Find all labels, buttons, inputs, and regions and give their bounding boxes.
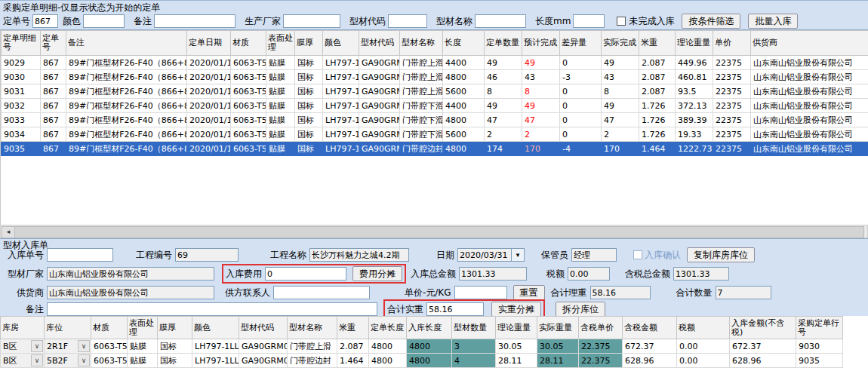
scroll-left-arrow-icon[interactable]: ◂ [2, 226, 15, 238]
column-header[interactable]: 库位 [45, 317, 91, 339]
profile-name-filter-input[interactable] [475, 14, 526, 28]
inbound-no-label: 入库单号 [5, 249, 44, 262]
table-row[interactable]: B区∨5B2F∨6063-T5贴膜国标LH797-1LL0GA90GRM05门带… [1, 354, 868, 368]
batch-inbound-button[interactable]: 批量入库 [748, 14, 798, 29]
date-input[interactable] [457, 248, 512, 262]
column-header[interactable]: 材质 [91, 317, 128, 339]
fee-input[interactable] [265, 267, 346, 281]
chevron-down-icon[interactable]: ∨ [31, 354, 43, 366]
column-header[interactable]: 长度 [443, 31, 485, 56]
column-header[interactable]: 材质 [231, 31, 266, 56]
column-header[interactable]: 含税金额 [623, 317, 677, 339]
column-header[interactable]: 单价 [713, 31, 751, 56]
tax-input[interactable] [568, 267, 610, 281]
column-header[interactable]: 米重 [337, 317, 369, 339]
table-row[interactable]: B区∨2R1F∨6063-T5贴膜国标LH797-1LL0GA90GRM03门带… [1, 339, 868, 354]
calendar-dropdown-icon[interactable]: ▾ [512, 248, 525, 262]
copy-warehouse-location-button[interactable]: 复制库房库位 [687, 247, 755, 262]
table-row[interactable]: 902986789#门框型材F26-F40（866+867）2020/01/13… [2, 56, 868, 70]
weight-allocate-button[interactable]: 实重分摊 [491, 302, 541, 317]
column-header[interactable]: 库房 [1, 317, 45, 339]
column-header[interactable]: 入库长度 [407, 317, 452, 339]
horizontal-scrollbar[interactable]: ◂ [0, 225, 868, 238]
column-header[interactable]: 采购定单行号 [796, 317, 843, 339]
column-header[interactable]: 入库金额(不含税) [730, 317, 796, 339]
column-header[interactable]: 供货商 [751, 31, 868, 56]
column-header[interactable]: 理论重量 [496, 317, 537, 339]
column-header[interactable]: 型材数量 [452, 317, 496, 339]
column-header[interactable]: 膜厚 [158, 317, 192, 339]
table-cell: 22375 [713, 84, 751, 99]
project-name-input[interactable] [309, 248, 409, 262]
keeper-input[interactable] [571, 248, 617, 262]
length-filter-input[interactable] [573, 14, 605, 28]
contact-input[interactable] [273, 286, 370, 299]
factory-input[interactable] [47, 267, 214, 281]
table-row[interactable]: 903386789#门框型材F26-F40（866+867）2020/01/13… [2, 113, 868, 127]
remark-filter-input[interactable] [154, 14, 235, 28]
column-header[interactable]: 定单号 [41, 31, 66, 56]
manufacturer-input[interactable] [283, 14, 340, 28]
column-header[interactable]: 预计完成 [522, 31, 560, 56]
total-amount-input[interactable] [459, 267, 527, 281]
table-cell: 628.96 [730, 354, 796, 368]
column-header[interactable]: 颜色 [323, 31, 359, 56]
scrollbar-thumb[interactable] [14, 226, 864, 238]
fee-allocate-button[interactable]: 费用分摊 [352, 266, 402, 281]
column-header[interactable]: 备注 [66, 31, 187, 56]
chevron-down-icon[interactable]: ∨ [31, 340, 43, 352]
project-name-label: 工程名称 [261, 249, 306, 262]
table-row[interactable]: 903286789#门框型材F26-F40（866+867）2020/01/13… [2, 99, 868, 113]
column-header[interactable]: 理论重量 [676, 31, 713, 56]
column-header[interactable]: 颜色 [192, 317, 239, 339]
column-header[interactable]: 表面处理 [128, 317, 158, 339]
inbound-confirm-checkbox[interactable] [633, 250, 642, 259]
column-header[interactable]: 型材代码 [239, 317, 288, 339]
color-filter-input[interactable] [83, 14, 125, 28]
table-cell: GA90GRM04 [359, 99, 400, 113]
column-header[interactable]: 实际完成 [602, 31, 639, 56]
column-header[interactable]: 表面处理 [266, 31, 295, 56]
project-no-input[interactable] [175, 248, 239, 262]
column-header[interactable]: 米重 [639, 31, 676, 56]
filter-by-condition-button[interactable]: 按条件筛选 [682, 14, 740, 29]
supplier-input[interactable] [47, 286, 214, 299]
column-header[interactable]: 实际重量 [537, 317, 579, 339]
table-row[interactable]: 903086789#门框型材F26-F40（866+867）2020/01/13… [2, 70, 868, 84]
note-input[interactable] [47, 302, 377, 316]
actual-weight-label: 合计实重 [387, 303, 423, 316]
column-header[interactable]: 定单明细号 [2, 31, 41, 56]
reset-button[interactable]: 重置 [513, 285, 545, 300]
table-row[interactable]: 903586789#门框型材F26-F40（866+867）2020/01/13… [2, 142, 868, 156]
order-no-input[interactable] [32, 14, 58, 28]
total-qty-input[interactable] [716, 286, 771, 299]
column-header[interactable]: 税额 [677, 317, 730, 339]
column-header[interactable]: 差异量 [560, 31, 602, 56]
table-cell: 89#门框型材F26-F40（866+867） [66, 142, 187, 156]
table-cell: 4 [452, 354, 496, 368]
profile-code-filter-input[interactable] [388, 14, 427, 28]
column-header[interactable]: 型材名称 [400, 31, 443, 56]
column-header[interactable]: 型材名称 [288, 317, 337, 339]
actual-weight-input[interactable] [426, 302, 484, 316]
unfinished-checkbox[interactable] [617, 17, 626, 26]
split-location-button[interactable]: 拆分库位 [556, 302, 605, 317]
inbound-no-input[interactable] [47, 248, 113, 262]
column-header[interactable]: 型材代码 [359, 31, 400, 56]
table-row[interactable]: 903486789#门框型材F26-F40（866+867）2020/01/13… [2, 127, 868, 142]
total-with-tax-input[interactable] [673, 267, 729, 281]
table-cell: 1.726 [639, 127, 676, 142]
chevron-down-icon[interactable]: ∨ [78, 354, 90, 366]
chevron-down-icon[interactable]: ∨ [78, 340, 90, 352]
inbound-form-row-1: 入库单号 工程编号 工程名称 日期 ▾ 保管员 入库确认 复制库房库位 [5, 247, 755, 262]
column-header[interactable]: 含税单价 [579, 317, 623, 339]
table-cell: 山东南山铝业股份有限公司 [751, 127, 868, 142]
column-header[interactable]: 定单日期 [187, 31, 231, 56]
table-cell: 22375 [713, 113, 751, 127]
column-header[interactable]: 定单数量 [485, 31, 522, 56]
unit-price-input[interactable] [454, 286, 507, 299]
column-header[interactable]: 定单长度 [369, 317, 407, 339]
column-header[interactable]: 膜厚 [295, 31, 323, 56]
theory-weight-input[interactable] [590, 286, 651, 299]
table-row[interactable]: 903186789#门框型材F26-F40（866+867）2020/01/13… [2, 84, 868, 99]
